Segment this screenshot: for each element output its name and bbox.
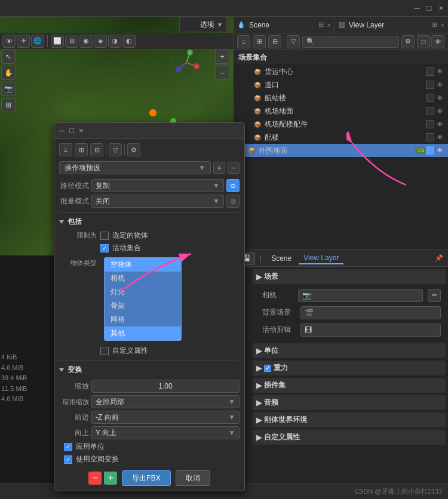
batch-mode-icon-btn[interactable]: ⧉ xyxy=(226,195,240,208)
tab-scene[interactable]: Scene xyxy=(266,253,296,264)
visibility-box-5[interactable] xyxy=(426,133,434,141)
type-灯光[interactable]: 灯光 xyxy=(105,285,181,299)
scene-close-icon[interactable]: × xyxy=(327,21,331,29)
overlays-icon[interactable]: ⬜ xyxy=(51,35,64,48)
panel-settings-btn[interactable]: ⚙ xyxy=(127,143,140,156)
apply-unit-checkbox[interactable] xyxy=(64,443,72,451)
cancel-btn[interactable]: 取消 xyxy=(176,470,210,486)
view-layer-add-icon[interactable]: ⊞ xyxy=(432,21,437,29)
outliner-item-3[interactable]: 📦 机场地面 👁 xyxy=(234,104,448,118)
visibility-box-4[interactable] xyxy=(426,120,434,128)
panel-filter-btn[interactable]: ▽ xyxy=(109,143,122,156)
object-type-dropdown[interactable]: 空物体 相机 灯光 骨架 网格 其他 xyxy=(104,257,182,341)
camera-edit-btn[interactable]: ✏ xyxy=(428,289,441,302)
grid-tool[interactable]: ⊞ xyxy=(1,98,16,112)
filter-icon[interactable]: ▽ xyxy=(287,35,300,48)
forward-select[interactable]: -Z 向前 ▼ xyxy=(91,411,240,424)
visibility-box-2[interactable] xyxy=(426,94,434,102)
options-label[interactable]: 选项 xyxy=(200,20,214,30)
path-mode-select[interactable]: 复制 ▼ xyxy=(91,179,224,192)
float-panel-controls[interactable]: ─ □ × xyxy=(59,126,84,135)
scene-add-icon[interactable]: ⊞ xyxy=(318,21,324,29)
outliner-mode-list[interactable]: ≡ xyxy=(237,35,250,48)
apply-scale-select[interactable]: 全部局部 ▼ xyxy=(91,395,240,408)
type-网格[interactable]: 网格 xyxy=(105,313,181,326)
batch-mode-select[interactable]: 关闭 ▼ xyxy=(91,195,224,208)
camera-view-tool[interactable]: 📷 xyxy=(1,82,16,96)
view-layer-close-icon[interactable]: × xyxy=(441,21,444,29)
type-空物体[interactable]: 空物体 xyxy=(105,258,181,272)
shading-icon3[interactable]: ◑ xyxy=(108,35,121,48)
window-controls[interactable]: ─ □ × xyxy=(414,4,443,13)
use-space-transform-checkbox[interactable] xyxy=(64,455,72,464)
scale-value[interactable]: 1.00 xyxy=(91,380,240,393)
eye-0[interactable]: 👁 xyxy=(437,68,443,75)
move-tool[interactable]: ↖ xyxy=(1,50,16,64)
panel-grid-btn[interactable]: ⊞ xyxy=(75,143,88,156)
outliner-item-1[interactable]: 📦 道口 👁 xyxy=(234,78,448,91)
active-clip-value[interactable]: 🎞 xyxy=(300,324,441,337)
eye-6[interactable]: 👁 xyxy=(437,147,443,154)
minus-btn[interactable]: − xyxy=(88,472,102,485)
eye-2[interactable]: 👁 xyxy=(437,94,443,101)
units-section[interactable]: ▶ 单位 xyxy=(253,343,446,358)
custom-props-checkbox[interactable] xyxy=(100,347,109,355)
preset-remove-btn[interactable]: − xyxy=(228,162,240,174)
outliner-item-2[interactable]: 📦 航站楼 👁 xyxy=(234,91,448,104)
outliner-mode-3[interactable]: ⊟ xyxy=(268,35,281,48)
outliner-item-0[interactable]: 📦 货运中心 👁 xyxy=(234,65,448,78)
visibility-box-1[interactable] xyxy=(426,81,434,89)
zoom-in[interactable]: + xyxy=(215,50,229,64)
restrict-icon1[interactable]: □ xyxy=(417,35,430,48)
pin-icon[interactable]: 📌 xyxy=(435,254,443,262)
addon-section[interactable]: ▶ 插件集 xyxy=(253,378,446,393)
preset-add-btn[interactable]: + xyxy=(213,162,225,174)
gravity-section[interactable]: ▶ 重力 xyxy=(253,361,446,375)
visibility-box-3[interactable] xyxy=(426,107,434,115)
camera-value[interactable]: 📷 xyxy=(298,289,423,302)
visibility-box-6[interactable] xyxy=(426,146,434,155)
outliner-mode-tree[interactable]: ⊞ xyxy=(253,35,266,48)
type-其他[interactable]: 其他 xyxy=(105,326,181,340)
audio-section[interactable]: ▶ 音频 xyxy=(253,395,446,410)
outliner-item-5[interactable]: 📦 配楼 👁 xyxy=(234,131,448,144)
limit-checkbox[interactable] xyxy=(100,232,109,240)
zoom-out[interactable]: – xyxy=(215,66,229,80)
preset-select[interactable]: 操作项预设 ▼ xyxy=(59,161,211,174)
rigid-body-section[interactable]: ▶ 刚体世界环境 xyxy=(253,412,446,427)
outliner-item-6[interactable]: ▶ 📦 外围地面 ▽3 👁 xyxy=(234,144,448,157)
type-相机[interactable]: 相机 xyxy=(105,272,181,285)
minimize-button[interactable]: ─ xyxy=(414,4,419,13)
plus-btn[interactable]: + xyxy=(104,472,117,485)
settings-icon[interactable]: ⚙ xyxy=(401,35,415,48)
eye-1[interactable]: 👁 xyxy=(437,81,443,88)
hand-tool[interactable]: ✋ xyxy=(1,66,16,80)
bg-scene-value[interactable]: 🎬 xyxy=(300,306,441,319)
float-maximize[interactable]: □ xyxy=(69,126,74,135)
look-dev-icon[interactable]: 👁 xyxy=(2,35,16,48)
shading-icon4[interactable]: ◐ xyxy=(122,35,136,48)
eye-5[interactable]: 👁 xyxy=(437,134,443,141)
visibility-box-0[interactable] xyxy=(426,67,434,76)
type-骨架[interactable]: 骨架 xyxy=(105,299,181,313)
fly-icon[interactable]: ✈ xyxy=(17,35,30,48)
restrict-icon2[interactable]: 👁 xyxy=(431,35,444,48)
float-close[interactable]: × xyxy=(79,126,84,135)
panel-view-btn[interactable]: ≡ xyxy=(59,143,72,156)
eye-3[interactable]: 👁 xyxy=(437,107,443,115)
export-fbx-btn[interactable]: 导出FBX xyxy=(122,470,170,486)
active-collection-checkbox[interactable] xyxy=(100,244,109,252)
maximize-button[interactable]: □ xyxy=(427,4,432,13)
float-minimize[interactable]: ─ xyxy=(59,126,65,135)
globe-icon[interactable]: 🌐 xyxy=(31,35,44,48)
up-select[interactable]: Y 向上 ▼ xyxy=(91,426,240,439)
scene-section-header[interactable]: ▶ 场景 xyxy=(253,269,446,284)
gravity-checkbox[interactable] xyxy=(264,365,271,372)
shading-icon1[interactable]: ◉ xyxy=(79,35,93,48)
panel-list-btn[interactable]: ⊟ xyxy=(90,143,103,156)
outliner-search[interactable]: 🔍 xyxy=(302,36,399,48)
outliner-item-4[interactable]: 📦 机场配楼配件 👁 xyxy=(234,118,448,131)
custom-props-section[interactable]: ▶ 自定义属性 xyxy=(253,430,446,445)
overlay-btn[interactable]: ⊞ xyxy=(65,35,78,48)
eye-4[interactable]: 👁 xyxy=(437,121,443,128)
